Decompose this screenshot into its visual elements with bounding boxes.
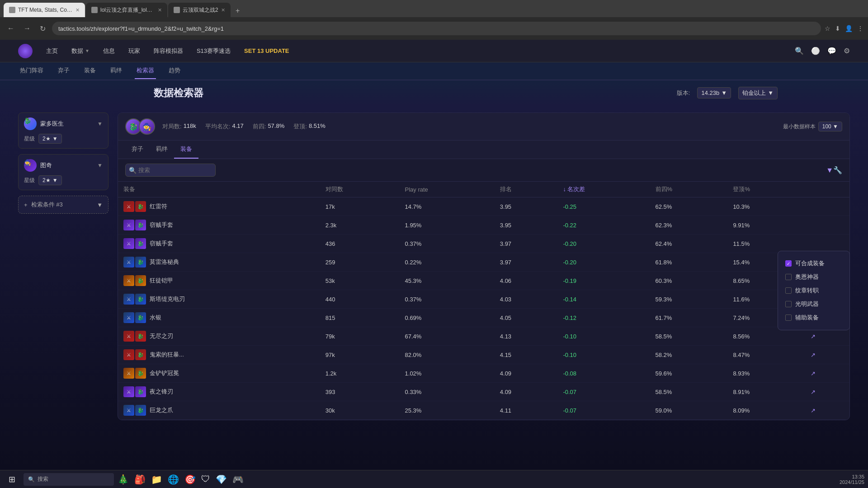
filter-expand-2[interactable]: ▼ [97,162,103,169]
cell-rankdiff-4: -0.19 [557,272,650,290]
address-bar[interactable]: tactics.tools/zh/explorer?f1=u_drmundo_2… [52,22,821,35]
tab-2[interactable]: lol云顶之弈直播_lol云顶之弈主... ✕ [86,3,167,17]
nav-player[interactable]: 玩家 [128,45,140,57]
nav-simulator[interactable]: 阵容模拟器 [154,45,183,57]
tab-active[interactable]: TFT Meta, Stats, Comps, Ma... ✕ [4,3,85,17]
filter-item-1: 🐉 蒙多医生 ▼ 星级 2★ ▼ [18,113,108,149]
sample-selector[interactable]: 100 ▼ [818,122,842,131]
item-icon-secondary-2: 🐉 [135,238,146,249]
checkbox-combinable[interactable] [785,260,792,267]
tab-trait[interactable]: 羁绊 [150,141,174,159]
dropdown-label-combinable: 可合成装备 [795,259,825,267]
taskbar-folder-icon[interactable]: 📁 [149,474,164,485]
subnav-trait[interactable]: 羁绊 [108,63,124,79]
th-top1pct[interactable]: 登顶% [727,182,805,197]
nav-home[interactable]: 主页 [46,45,58,57]
cell-rank-6: 4.05 [495,309,558,327]
nav-set13update[interactable]: SET 13 UPDATE [244,46,289,56]
cell-item-9: ⚔ 🐉 金铲铲冠冕 [118,364,320,383]
user-icon[interactable]: ⚪ [811,47,820,55]
cell-top4-7: 58.5% [650,327,728,346]
expand-btn-9[interactable]: ↗ [811,370,816,377]
back-button[interactable]: ← [5,23,17,34]
dropdown-label-support: 辅助装备 [795,314,819,322]
nav-info[interactable]: 信息 [103,45,115,57]
taskbar-right: 13:35 2024/11/25 [840,474,864,485]
checkbox-support[interactable] [785,314,792,321]
filter-expand-1[interactable]: ▼ [97,121,103,127]
settings-gear-icon[interactable]: ⚙ [844,47,850,55]
dropdown-item-support[interactable]: 辅助装备 [783,311,844,324]
subnav-hot[interactable]: 热门阵容 [18,63,45,79]
nav-s13[interactable]: S13赛季速选 [197,45,231,57]
dropdown-item-combinable[interactable]: 可合成装备 [783,257,844,270]
add-filter-button[interactable]: + 检索条件 #3 ▼ [18,196,108,214]
filter-dropdown: 可合成装备 奥恩神器 纹章转职 光明武器 辅助装备 [778,251,850,330]
version-selector[interactable]: 14.23b ▼ [697,87,731,99]
taskbar-search[interactable]: 🔍 搜索 [24,473,114,486]
dropdown-item-augment[interactable]: 奥恩神器 [783,270,844,284]
stat-match-label: 对局数: [162,122,182,131]
cell-playrate-0: 14.7% [400,197,495,216]
th-item[interactable]: 装备 [118,182,320,197]
checkbox-emblem[interactable] [785,287,792,294]
taskbar-app3-icon[interactable]: 💎 [214,474,229,485]
expand-btn-10[interactable]: ↗ [811,389,816,395]
bookmark-icon[interactable]: ☆ [825,25,830,32]
taskbar-christmas-icon[interactable]: 🎄 [116,474,131,485]
th-rank[interactable]: 排名 [495,182,558,197]
taskbar-app1-icon[interactable]: 🎯 [183,474,198,485]
sidebar: 🐉 蒙多医生 ▼ 星级 2★ ▼ 🧙 图奇 ▼ 星级 2 [18,113,108,463]
tab-close-2[interactable]: ✕ [158,7,162,13]
nav-data[interactable]: 数据 ▼ [71,45,90,57]
item-icon-secondary-6: 🐉 [135,312,146,323]
tab-3[interactable]: 云顶双城之战2 ✕ [168,3,231,17]
tab-close-3[interactable]: ✕ [221,7,225,13]
checkbox-augment[interactable] [785,274,792,280]
cell-rank-9: 4.09 [495,364,558,383]
taskbar-browser-icon[interactable]: 🌐 [166,474,181,485]
star-selector-1[interactable]: 2★ ▼ [38,134,62,144]
settings-icon[interactable]: ⋮ [857,25,863,32]
th-playrate[interactable]: Play rate [400,182,495,197]
hero-icons: 🐉 🧙 [125,118,155,135]
forward-button[interactable]: → [21,23,33,34]
new-tab-button[interactable]: + [231,5,244,17]
profile-icon[interactable]: 👤 [845,25,853,32]
tab-favicon-2 [91,7,98,13]
search-icon[interactable]: 🔍 [795,47,804,55]
taskbar-app4-icon[interactable]: 🎮 [231,474,245,485]
checkbox-radiant[interactable] [785,301,792,307]
subnav-explorer[interactable]: 检索器 [135,63,156,79]
subnav-equipment[interactable]: 装备 [82,63,98,79]
subnav-trend[interactable]: 趋势 [167,63,182,79]
search-input[interactable] [125,164,216,177]
taskbar-app2-icon[interactable]: 🛡 [199,474,212,484]
item-name-9: 金铲铲冠冕 [150,369,179,377]
star-selector-2[interactable]: 2★ ▼ [38,175,62,185]
tab-close-1[interactable]: ✕ [75,7,80,13]
start-button[interactable]: ⊞ [4,471,20,488]
dropdown-item-radiant[interactable]: 光明武器 [783,297,844,311]
dropdown-item-emblem[interactable]: 纹章转职 [783,284,844,297]
tab-augment[interactable]: 弃子 [125,141,150,159]
subnav-augment[interactable]: 弃子 [56,63,71,79]
th-top4pct[interactable]: 前四% [650,182,728,197]
cell-top4-9: 59.6% [650,364,728,383]
expand-btn-8[interactable]: ↗ [811,352,816,358]
taskbar-bag-icon[interactable]: 🎒 [132,474,147,485]
tab-equipment[interactable]: 装备 [174,141,198,159]
site-logo[interactable] [18,44,33,58]
cell-rankdiff-1: -0.22 [557,216,650,235]
th-matches[interactable]: 对同数 [320,182,400,197]
cell-top1-1: 9.91% [727,216,805,235]
download-icon[interactable]: ⬇ [835,25,840,32]
th-rankdiff[interactable]: ↓ 名次差 [557,182,650,197]
cell-rank-8: 4.15 [495,346,558,364]
discord-icon[interactable]: 💬 [827,47,836,55]
expand-btn-7[interactable]: ↗ [811,333,816,340]
rank-selector[interactable]: 铂金以上 ▼ [738,87,778,99]
expand-btn-11[interactable]: ↗ [811,407,816,414]
reload-button[interactable]: ↻ [37,23,48,35]
filter-icon-button[interactable]: ▼🔧 [826,166,842,174]
